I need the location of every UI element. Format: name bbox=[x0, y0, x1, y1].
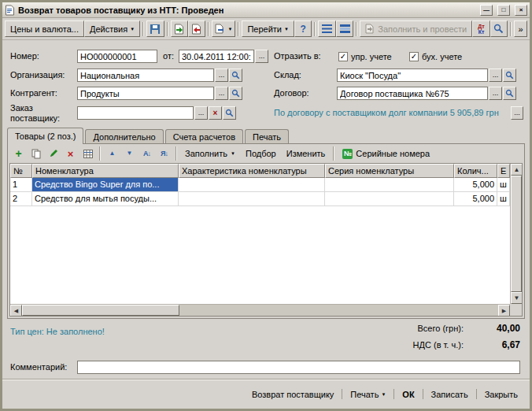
debt-detail-button[interactable]: ... bbox=[511, 106, 523, 120]
scroll-left-button[interactable]: ◀ bbox=[10, 305, 22, 317]
date-label: от: bbox=[163, 50, 174, 63]
organization-input[interactable] bbox=[77, 68, 214, 82]
pick-button[interactable]: Подбор bbox=[241, 147, 281, 160]
scroll-right-button[interactable]: ▶ bbox=[498, 305, 510, 317]
tab-goods[interactable]: Товары (2 поз.) bbox=[7, 128, 83, 144]
list-button[interactable] bbox=[318, 20, 335, 37]
column-header-quantity[interactable]: Колич... bbox=[454, 164, 497, 178]
prices-currency-button[interactable]: Цены и валюта... bbox=[5, 20, 84, 37]
table-empty-area bbox=[10, 206, 510, 304]
post-document-button[interactable] bbox=[171, 20, 188, 37]
buh-uchet-checkbox[interactable]: ✓ бух. учете bbox=[409, 50, 462, 63]
column-header-unit[interactable]: Е bbox=[497, 164, 510, 178]
warehouse-select-button[interactable]: ... bbox=[489, 68, 502, 82]
create-based-on-button[interactable]: ▼ bbox=[212, 20, 235, 37]
vertical-scroll-thumb[interactable] bbox=[511, 176, 522, 292]
cell-number[interactable]: 1 bbox=[10, 178, 32, 192]
dtkt-icon: Дт Кт bbox=[478, 24, 484, 35]
column-header-nomenclature[interactable]: Номенклатура bbox=[32, 164, 179, 178]
vertical-scroll-track[interactable] bbox=[511, 176, 522, 292]
cell-characteristic[interactable] bbox=[179, 178, 325, 192]
tab-accounts[interactable]: Счета расчетов bbox=[165, 129, 243, 143]
cell-characteristic[interactable] bbox=[179, 192, 325, 206]
sort-desc-button[interactable]: Я↓ bbox=[156, 146, 172, 161]
cell-nomenclature-selected[interactable]: Средство Bingo Super для по... bbox=[32, 178, 179, 192]
column-header-number[interactable]: № bbox=[10, 164, 32, 178]
cell-quantity[interactable]: 5,000 bbox=[454, 178, 497, 192]
ok-button[interactable]: ОК bbox=[395, 388, 421, 401]
dtkt-button[interactable]: Дт Кт bbox=[472, 20, 490, 37]
report-button[interactable] bbox=[490, 20, 508, 37]
supplier-order-input[interactable] bbox=[77, 106, 194, 120]
serial-numbers-button[interactable]: № Серийные номера bbox=[338, 147, 434, 161]
contract-input[interactable] bbox=[337, 87, 488, 100]
comment-input[interactable] bbox=[77, 361, 520, 374]
number-input[interactable] bbox=[77, 50, 157, 63]
save-document-button[interactable] bbox=[146, 20, 164, 37]
magnifier-icon bbox=[231, 89, 240, 98]
help-button[interactable]: ? bbox=[294, 20, 312, 37]
move-up-button[interactable]: ▲ bbox=[104, 146, 120, 161]
supplier-order-clear-button[interactable]: × bbox=[209, 106, 222, 120]
move-down-button[interactable]: ▼ bbox=[121, 146, 138, 161]
fill-button[interactable]: Заполнить ▼ bbox=[180, 147, 240, 160]
supplier-order-select-button[interactable]: ... bbox=[194, 106, 208, 120]
delete-row-button[interactable]: × bbox=[62, 146, 79, 161]
go-button[interactable]: Перейти ▼ bbox=[242, 20, 294, 37]
arrow-up-icon: ▲ bbox=[514, 167, 520, 173]
print-button[interactable]: Печать ▼ bbox=[343, 388, 393, 401]
copy-row-button[interactable] bbox=[28, 146, 44, 161]
contractor-open-button[interactable] bbox=[229, 87, 242, 100]
warehouse-input[interactable] bbox=[337, 68, 488, 82]
cell-series[interactable] bbox=[325, 192, 454, 206]
vertical-scrollbar[interactable]: ▲ ▼ bbox=[510, 164, 522, 304]
movements-button[interactable] bbox=[336, 20, 353, 37]
unpost-document-button[interactable] bbox=[188, 20, 205, 37]
toolbar-overflow-button[interactable]: » bbox=[514, 20, 527, 37]
cell-unit[interactable]: ш bbox=[497, 192, 510, 206]
organization-open-button[interactable] bbox=[229, 68, 242, 82]
footer-bar: Возврат поставщику Печать ▼ ОК Записать … bbox=[2, 379, 530, 409]
edit-row-button[interactable] bbox=[45, 146, 61, 161]
change-button[interactable]: Изменить bbox=[282, 147, 331, 160]
horizontal-scroll-track[interactable] bbox=[22, 305, 498, 316]
contractor-input[interactable] bbox=[77, 87, 214, 100]
horizontal-scrollbar[interactable]: ◀ ▶ bbox=[10, 304, 510, 316]
close-window-button[interactable]: Закрыть bbox=[478, 388, 525, 401]
supplier-order-open-button[interactable] bbox=[223, 106, 236, 120]
minimize-button[interactable]: — bbox=[480, 5, 493, 16]
cell-unit[interactable]: ш bbox=[497, 178, 510, 192]
column-header-characteristic[interactable]: Характеристика номенклатуры bbox=[179, 164, 325, 178]
maximize-button[interactable]: □ bbox=[497, 5, 510, 16]
organization-select-button[interactable]: ... bbox=[215, 68, 228, 82]
scroll-down-button[interactable]: ▼ bbox=[511, 292, 523, 304]
cell-quantity[interactable]: 5,000 bbox=[454, 192, 497, 206]
actions-button[interactable]: Действия ▼ bbox=[84, 20, 140, 37]
add-row-button[interactable]: + bbox=[10, 146, 27, 161]
title-bar: Возврат товаров поставщику из НТТ: Прове… bbox=[2, 2, 530, 18]
arrow-right-icon: ▶ bbox=[502, 308, 506, 314]
upr-uchet-checkbox[interactable]: ✓ упр. учете bbox=[338, 50, 392, 63]
warehouse-open-button[interactable] bbox=[503, 68, 516, 82]
tab-additional[interactable]: Дополнительно bbox=[85, 129, 163, 143]
date-select-button[interactable]: ... bbox=[255, 50, 268, 63]
fill-and-post-button[interactable]: Заполнить и провести bbox=[360, 20, 472, 37]
contract-select-button[interactable]: ... bbox=[489, 87, 502, 100]
close-button[interactable]: × bbox=[515, 5, 527, 16]
save-button[interactable]: Записать bbox=[424, 388, 475, 401]
contract-open-button[interactable] bbox=[503, 87, 516, 100]
contractor-select-button[interactable]: ... bbox=[215, 87, 228, 100]
scroll-up-button[interactable]: ▲ bbox=[511, 164, 523, 176]
sort-asc-button[interactable]: А↓ bbox=[139, 146, 155, 161]
cell-nomenclature[interactable]: Средство для мытья посуды... bbox=[32, 192, 179, 206]
horizontal-scroll-thumb[interactable] bbox=[22, 305, 179, 316]
ellipsis-icon: ... bbox=[198, 109, 205, 117]
serial-numbers-label: Серийные номера bbox=[356, 149, 430, 158]
cell-number[interactable]: 2 bbox=[10, 192, 32, 206]
column-header-series[interactable]: Серия номенклатуры bbox=[325, 164, 454, 178]
cell-series[interactable] bbox=[325, 178, 454, 192]
date-input[interactable] bbox=[179, 50, 254, 63]
tab-print[interactable]: Печать bbox=[245, 129, 289, 143]
list-settings-button[interactable] bbox=[79, 146, 96, 161]
return-supplier-button[interactable]: Возврат поставщику bbox=[245, 388, 341, 401]
